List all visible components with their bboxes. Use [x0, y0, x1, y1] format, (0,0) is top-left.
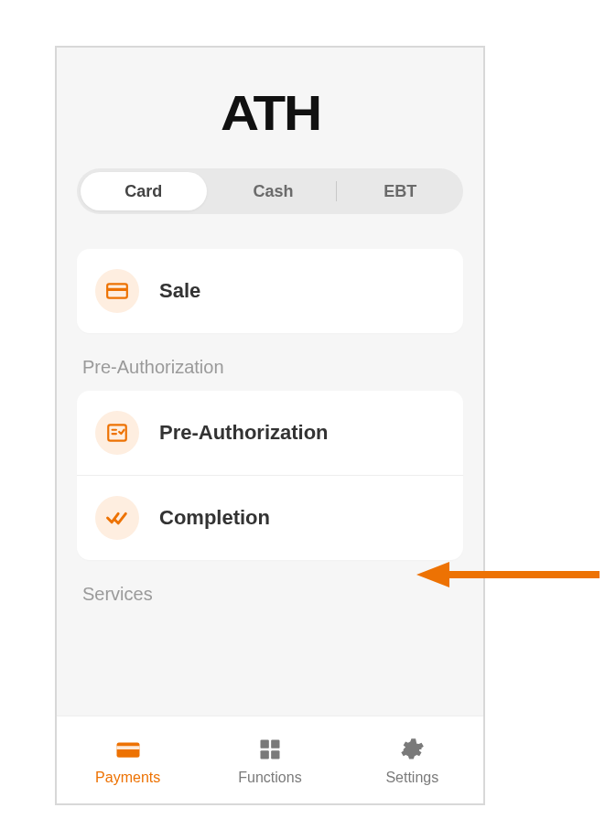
- brand-logo: ATH: [220, 84, 319, 141]
- preauth-section-title: Pre-Authorization: [82, 357, 463, 378]
- svg-rect-8: [271, 750, 279, 759]
- nav-payments[interactable]: Payments: [57, 716, 199, 803]
- preauth-icon: [95, 411, 139, 455]
- payment-type-tabs: Card Cash EBT: [77, 168, 463, 214]
- nav-settings[interactable]: Settings: [341, 716, 483, 803]
- nav-functions-label: Functions: [238, 770, 301, 786]
- tab-cash[interactable]: Cash: [211, 172, 337, 210]
- services-section-title: Services: [82, 584, 463, 605]
- completion-label: Completion: [159, 506, 270, 530]
- bottom-nav: Payments Functions Settings: [57, 716, 483, 803]
- logo-wrap: ATH: [77, 48, 463, 168]
- payments-icon: [113, 735, 143, 764]
- tab-card[interactable]: Card: [81, 172, 207, 210]
- preauth-row[interactable]: Pre-Authorization: [77, 391, 463, 475]
- svg-rect-2: [108, 425, 126, 440]
- preauth-label: Pre-Authorization: [159, 421, 329, 445]
- tab-ebt[interactable]: EBT: [337, 172, 463, 210]
- svg-rect-7: [260, 750, 268, 759]
- preauth-card: Pre-Authorization Completion: [77, 391, 463, 560]
- sale-card: Sale: [77, 249, 463, 333]
- completion-row[interactable]: Completion: [77, 475, 463, 560]
- nav-payments-label: Payments: [95, 770, 160, 786]
- completion-icon: [95, 496, 139, 540]
- nav-settings-label: Settings: [385, 770, 438, 786]
- app-screen: ATH Card Cash EBT Sale Pre-Authorization: [55, 46, 485, 805]
- sale-row[interactable]: Sale: [77, 249, 463, 333]
- svg-rect-4: [116, 746, 139, 749]
- card-icon: [95, 269, 139, 313]
- svg-rect-3: [116, 742, 139, 757]
- nav-functions[interactable]: Functions: [199, 716, 340, 803]
- svg-rect-5: [260, 739, 268, 748]
- functions-icon: [255, 735, 285, 764]
- svg-rect-6: [271, 739, 279, 748]
- settings-icon: [397, 735, 427, 764]
- sale-label: Sale: [159, 279, 200, 303]
- main-scroll: ATH Card Cash EBT Sale Pre-Authorization: [57, 48, 483, 716]
- svg-rect-1: [107, 288, 127, 291]
